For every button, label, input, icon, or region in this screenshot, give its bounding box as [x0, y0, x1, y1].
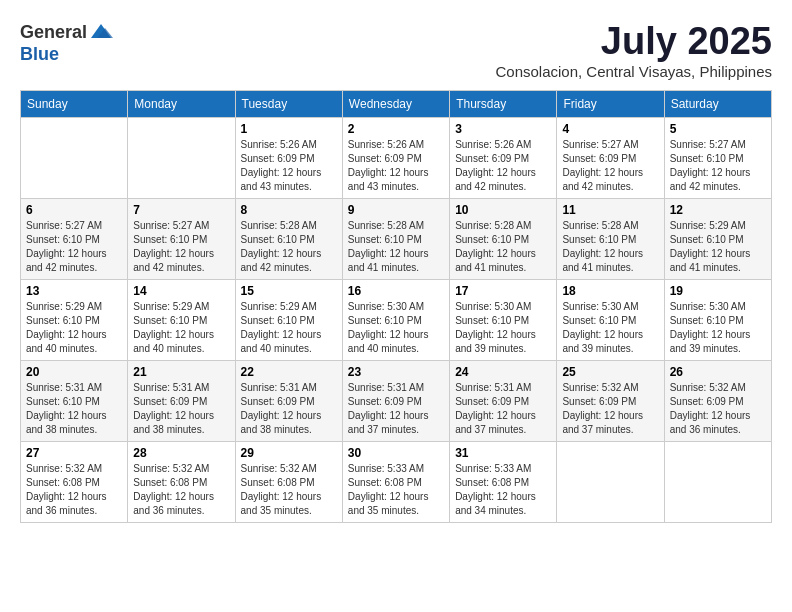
- day-number: 5: [670, 122, 766, 136]
- day-number: 13: [26, 284, 122, 298]
- day-info: Sunrise: 5:26 AM Sunset: 6:09 PM Dayligh…: [241, 138, 337, 194]
- day-number: 28: [133, 446, 229, 460]
- calendar-cell: 21Sunrise: 5:31 AM Sunset: 6:09 PM Dayli…: [128, 361, 235, 442]
- day-info: Sunrise: 5:27 AM Sunset: 6:10 PM Dayligh…: [670, 138, 766, 194]
- day-number: 24: [455, 365, 551, 379]
- calendar-cell: 13Sunrise: 5:29 AM Sunset: 6:10 PM Dayli…: [21, 280, 128, 361]
- logo-text-general: General: [20, 22, 87, 43]
- day-number: 10: [455, 203, 551, 217]
- calendar-week-row: 1Sunrise: 5:26 AM Sunset: 6:09 PM Daylig…: [21, 118, 772, 199]
- calendar-cell: 25Sunrise: 5:32 AM Sunset: 6:09 PM Dayli…: [557, 361, 664, 442]
- day-number: 22: [241, 365, 337, 379]
- day-number: 21: [133, 365, 229, 379]
- logo: General Blue: [20, 20, 113, 65]
- day-info: Sunrise: 5:27 AM Sunset: 6:10 PM Dayligh…: [26, 219, 122, 275]
- day-number: 8: [241, 203, 337, 217]
- day-number: 9: [348, 203, 444, 217]
- day-number: 16: [348, 284, 444, 298]
- calendar-cell: [557, 442, 664, 523]
- calendar-day-header: Monday: [128, 91, 235, 118]
- calendar-day-header: Tuesday: [235, 91, 342, 118]
- calendar-cell: 9Sunrise: 5:28 AM Sunset: 6:10 PM Daylig…: [342, 199, 449, 280]
- page-header: General Blue July 2025 Consolacion, Cent…: [20, 20, 772, 80]
- day-number: 14: [133, 284, 229, 298]
- day-number: 17: [455, 284, 551, 298]
- day-number: 31: [455, 446, 551, 460]
- day-number: 29: [241, 446, 337, 460]
- calendar-cell: 6Sunrise: 5:27 AM Sunset: 6:10 PM Daylig…: [21, 199, 128, 280]
- calendar-week-row: 27Sunrise: 5:32 AM Sunset: 6:08 PM Dayli…: [21, 442, 772, 523]
- day-info: Sunrise: 5:31 AM Sunset: 6:09 PM Dayligh…: [455, 381, 551, 437]
- calendar-cell: 11Sunrise: 5:28 AM Sunset: 6:10 PM Dayli…: [557, 199, 664, 280]
- day-number: 25: [562, 365, 658, 379]
- calendar-cell: 18Sunrise: 5:30 AM Sunset: 6:10 PM Dayli…: [557, 280, 664, 361]
- day-info: Sunrise: 5:28 AM Sunset: 6:10 PM Dayligh…: [348, 219, 444, 275]
- day-number: 12: [670, 203, 766, 217]
- day-info: Sunrise: 5:29 AM Sunset: 6:10 PM Dayligh…: [133, 300, 229, 356]
- day-number: 30: [348, 446, 444, 460]
- calendar-cell: 15Sunrise: 5:29 AM Sunset: 6:10 PM Dayli…: [235, 280, 342, 361]
- calendar-cell: 19Sunrise: 5:30 AM Sunset: 6:10 PM Dayli…: [664, 280, 771, 361]
- calendar-cell: 1Sunrise: 5:26 AM Sunset: 6:09 PM Daylig…: [235, 118, 342, 199]
- calendar-day-header: Saturday: [664, 91, 771, 118]
- day-number: 18: [562, 284, 658, 298]
- calendar-cell: [21, 118, 128, 199]
- day-info: Sunrise: 5:31 AM Sunset: 6:09 PM Dayligh…: [241, 381, 337, 437]
- day-info: Sunrise: 5:31 AM Sunset: 6:09 PM Dayligh…: [133, 381, 229, 437]
- day-number: 7: [133, 203, 229, 217]
- calendar-day-header: Wednesday: [342, 91, 449, 118]
- calendar-day-header: Sunday: [21, 91, 128, 118]
- calendar-cell: 26Sunrise: 5:32 AM Sunset: 6:09 PM Dayli…: [664, 361, 771, 442]
- calendar-cell: [128, 118, 235, 199]
- logo-text-blue: Blue: [20, 44, 59, 64]
- day-info: Sunrise: 5:30 AM Sunset: 6:10 PM Dayligh…: [670, 300, 766, 356]
- calendar-cell: [664, 442, 771, 523]
- day-info: Sunrise: 5:31 AM Sunset: 6:09 PM Dayligh…: [348, 381, 444, 437]
- day-info: Sunrise: 5:28 AM Sunset: 6:10 PM Dayligh…: [455, 219, 551, 275]
- calendar-cell: 3Sunrise: 5:26 AM Sunset: 6:09 PM Daylig…: [450, 118, 557, 199]
- day-info: Sunrise: 5:30 AM Sunset: 6:10 PM Dayligh…: [348, 300, 444, 356]
- day-info: Sunrise: 5:32 AM Sunset: 6:09 PM Dayligh…: [562, 381, 658, 437]
- calendar-table: SundayMondayTuesdayWednesdayThursdayFrid…: [20, 90, 772, 523]
- calendar-cell: 4Sunrise: 5:27 AM Sunset: 6:09 PM Daylig…: [557, 118, 664, 199]
- day-number: 26: [670, 365, 766, 379]
- calendar-header-row: SundayMondayTuesdayWednesdayThursdayFrid…: [21, 91, 772, 118]
- calendar-cell: 24Sunrise: 5:31 AM Sunset: 6:09 PM Dayli…: [450, 361, 557, 442]
- calendar-cell: 29Sunrise: 5:32 AM Sunset: 6:08 PM Dayli…: [235, 442, 342, 523]
- calendar-week-row: 20Sunrise: 5:31 AM Sunset: 6:10 PM Dayli…: [21, 361, 772, 442]
- day-number: 20: [26, 365, 122, 379]
- calendar-cell: 20Sunrise: 5:31 AM Sunset: 6:10 PM Dayli…: [21, 361, 128, 442]
- day-info: Sunrise: 5:26 AM Sunset: 6:09 PM Dayligh…: [348, 138, 444, 194]
- day-number: 19: [670, 284, 766, 298]
- calendar-cell: 10Sunrise: 5:28 AM Sunset: 6:10 PM Dayli…: [450, 199, 557, 280]
- calendar-cell: 30Sunrise: 5:33 AM Sunset: 6:08 PM Dayli…: [342, 442, 449, 523]
- calendar-cell: 12Sunrise: 5:29 AM Sunset: 6:10 PM Dayli…: [664, 199, 771, 280]
- day-info: Sunrise: 5:32 AM Sunset: 6:09 PM Dayligh…: [670, 381, 766, 437]
- day-info: Sunrise: 5:28 AM Sunset: 6:10 PM Dayligh…: [562, 219, 658, 275]
- calendar-cell: 8Sunrise: 5:28 AM Sunset: 6:10 PM Daylig…: [235, 199, 342, 280]
- calendar-week-row: 6Sunrise: 5:27 AM Sunset: 6:10 PM Daylig…: [21, 199, 772, 280]
- day-info: Sunrise: 5:31 AM Sunset: 6:10 PM Dayligh…: [26, 381, 122, 437]
- day-info: Sunrise: 5:32 AM Sunset: 6:08 PM Dayligh…: [26, 462, 122, 518]
- day-number: 3: [455, 122, 551, 136]
- day-number: 23: [348, 365, 444, 379]
- calendar-cell: 14Sunrise: 5:29 AM Sunset: 6:10 PM Dayli…: [128, 280, 235, 361]
- calendar-cell: 31Sunrise: 5:33 AM Sunset: 6:08 PM Dayli…: [450, 442, 557, 523]
- calendar-day-header: Thursday: [450, 91, 557, 118]
- calendar-week-row: 13Sunrise: 5:29 AM Sunset: 6:10 PM Dayli…: [21, 280, 772, 361]
- calendar-cell: 5Sunrise: 5:27 AM Sunset: 6:10 PM Daylig…: [664, 118, 771, 199]
- calendar-cell: 22Sunrise: 5:31 AM Sunset: 6:09 PM Dayli…: [235, 361, 342, 442]
- title-block: July 2025 Consolacion, Central Visayas, …: [495, 20, 772, 80]
- day-info: Sunrise: 5:29 AM Sunset: 6:10 PM Dayligh…: [26, 300, 122, 356]
- day-number: 4: [562, 122, 658, 136]
- day-info: Sunrise: 5:29 AM Sunset: 6:10 PM Dayligh…: [241, 300, 337, 356]
- day-info: Sunrise: 5:33 AM Sunset: 6:08 PM Dayligh…: [348, 462, 444, 518]
- day-number: 27: [26, 446, 122, 460]
- day-info: Sunrise: 5:27 AM Sunset: 6:10 PM Dayligh…: [133, 219, 229, 275]
- day-info: Sunrise: 5:30 AM Sunset: 6:10 PM Dayligh…: [562, 300, 658, 356]
- day-info: Sunrise: 5:30 AM Sunset: 6:10 PM Dayligh…: [455, 300, 551, 356]
- day-number: 2: [348, 122, 444, 136]
- day-number: 1: [241, 122, 337, 136]
- day-info: Sunrise: 5:29 AM Sunset: 6:10 PM Dayligh…: [670, 219, 766, 275]
- calendar-cell: 17Sunrise: 5:30 AM Sunset: 6:10 PM Dayli…: [450, 280, 557, 361]
